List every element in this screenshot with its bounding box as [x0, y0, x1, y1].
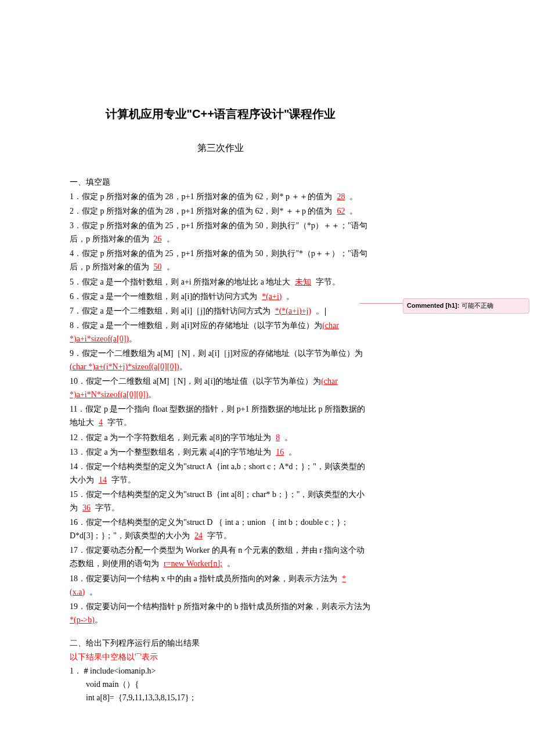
question-2: 2．假定 p 所指对象的值为 28，p+1 所指对象的值为 62，则* ＋＋p … — [70, 204, 371, 218]
document-subtitle: 第三次作业 — [70, 141, 371, 156]
q9-suffix: 。 — [179, 362, 187, 371]
question-10: 10．假定一个二维数组 a[M]［N]，则 a[i]的地址值（以字节为单位）为(… — [70, 375, 371, 401]
q12-answer: 8 — [271, 433, 284, 442]
code1-line3: int a[8]=｛7,9,11,13,3,8,15,17}； — [86, 691, 371, 704]
q19-answer: *(p->b) — [70, 615, 95, 624]
question-1: 1．假定 p 所指对象的值为 28，p+1 所指对象的值为 62，则* p ＋＋… — [70, 190, 371, 203]
q10-text: 10．假定一个二维数组 a[M]［N]，则 a[i]的地址值（以字节为单位）为 — [70, 377, 321, 386]
code1-num: 1． — [70, 667, 82, 675]
q17-answer: r=new Worker[n]; — [159, 559, 227, 568]
q11-answer: 4 — [94, 418, 107, 427]
question-18: 18．假定要访问一个结构 x 中的由 a 指针成员所指向的对象，则表示方法为*(… — [70, 572, 371, 599]
q7-answer: *(*(a+i)+j) — [270, 307, 316, 315]
q4-text: 4．假定 p 所指对象的值为 25，p+1 所指对象的值为 50，则执行"*（p… — [70, 249, 367, 271]
q6-answer: *(a+i) — [257, 292, 286, 301]
q9-answer: (char *)a+(i*N+j)*sizeof(a[0][0]) — [70, 362, 179, 371]
question-17: 17．假定要动态分配一个类型为 Worker 的具有 n 个元素的数组，并由 r… — [70, 543, 371, 570]
question-12: 12．假定 a 为一个字符数组名，则元素 a[8]的字节地址为8。 — [70, 431, 371, 444]
q13-answer: 16 — [271, 448, 288, 456]
q16-suffix: 字节。 — [207, 531, 232, 540]
q18-suffix: 。 — [89, 588, 98, 596]
q13-suffix: 。 — [288, 448, 297, 456]
text-cursor — [325, 308, 326, 316]
q11-suffix: 字节。 — [107, 418, 132, 427]
q5-suffix: 字节。 — [316, 278, 340, 286]
q10-suffix: 。 — [148, 390, 156, 399]
q12-text: 12．假定 a 为一个字符数组名，则元素 a[8]的字节地址为 — [70, 433, 271, 442]
code1-line1: ＃include<iomanip.h> — [82, 667, 156, 675]
q4-suffix: 。 — [167, 262, 175, 271]
q18-text: 18．假定要访问一个结构 x 中的由 a 指针成员所指向的对象，则表示方法为 — [70, 574, 337, 583]
q14-suffix: 字节。 — [111, 476, 136, 484]
q2-answer: 62 — [332, 207, 349, 215]
q6-suffix: 。 — [286, 292, 294, 301]
document-page: 计算机应用专业"C++语言程序设计"课程作业 第三次作业 一、填空题 1．假定 … — [0, 0, 406, 729]
q3-suffix: 。 — [167, 235, 175, 243]
question-16: 16．假定一个结构类型的定义为"struct D ｛ int a；union ｛… — [70, 516, 371, 542]
question-14: 14．假定一个结构类型的定义为"struct A｛int a,b；short c… — [70, 460, 371, 487]
code1-line2: void main（）{ — [86, 678, 371, 691]
q17-suffix: 。 — [227, 559, 235, 568]
q5-answer: 未知 — [290, 278, 316, 286]
q2-suffix: 。 — [349, 207, 358, 215]
q8-suffix: 。 — [129, 334, 137, 343]
q13-text: 13．假定 a 为一个整型数组名，则元素 a[4]的字节地址为 — [70, 448, 271, 456]
comment-bubble[interactable]: Commented [h1]: 可能不正确 — [403, 298, 529, 314]
question-11: 11．假定 p 是一个指向 float 型数据的指针，则 p+1 所指数据的地址… — [70, 402, 371, 429]
comment-label: Commented [h1]: — [407, 302, 459, 309]
q15-answer: 36 — [78, 503, 95, 512]
q4-answer: 50 — [149, 262, 167, 271]
q1-text: 1．假定 p 所指对象的值为 28，p+1 所指对象的值为 62，则* p ＋＋… — [70, 192, 332, 201]
section1-header: 一、填空题 — [70, 176, 371, 189]
q7-suffix: 。 — [316, 307, 324, 315]
q19-suffix: 。 — [95, 615, 103, 624]
q7-text: 7．假定 a 是一个二维数组，则 a[i]［j]的指针访问方式为 — [70, 307, 270, 315]
question-19: 19．假定要访问一个结构指针 p 所指对象中的 b 指针成员所指的对象，则表示方… — [70, 600, 371, 627]
section2-header: 二、给出下列程序运行后的输出结果 — [70, 637, 371, 650]
q8-text: 8．假定 a 是一个一维数组，则 a[i]对应的存储地址（以字节为单位）为 — [70, 321, 322, 330]
question-4: 4．假定 p 所指对象的值为 25，p+1 所指对象的值为 50，则执行"*（p… — [70, 247, 371, 273]
question-8: 8．假定 a 是一个一维数组，则 a[i]对应的存储地址（以字节为单位）为(ch… — [70, 319, 371, 345]
question-6: 6．假定 a 是一个一维数组，则 a[i]的指针访问方式为*(a+i)。 — [70, 290, 371, 303]
question-15: 15．假定一个结构类型的定义为"struct B｛int a[8]；char* … — [70, 488, 371, 514]
q5-text: 5．假定 a 是一个指针数组，则 a+i 所指对象的地址比 a 地址大 — [70, 278, 290, 286]
question-5: 5．假定 a 是一个指针数组，则 a+i 所指对象的地址比 a 地址大未知字节。 — [70, 275, 371, 289]
section2-note: 以下结果中空格以'¯'表示 — [70, 651, 371, 664]
q15-suffix: 字节。 — [95, 503, 120, 512]
q19-text: 19．假定要访问一个结构指针 p 所指对象中的 b 指针成员所指的对象，则表示方… — [70, 602, 370, 611]
document-title: 计算机应用专业"C++语言程序设计"课程作业 — [70, 105, 371, 123]
q12-suffix: 。 — [284, 433, 293, 442]
question-3: 3．假定 p 所指对象的值为 25，p+1 所指对象的值为 50，则执行"（*p… — [70, 219, 371, 246]
question-9: 9．假定一个二维数组为 a[M]［N]，则 a[i]［j]对应的存储地址（以字节… — [70, 347, 371, 373]
q16-answer: 24 — [190, 531, 207, 540]
q3-text: 3．假定 p 所指对象的值为 25，p+1 所指对象的值为 50，则执行"（*p… — [70, 221, 367, 243]
q14-answer: 14 — [94, 476, 111, 484]
question-7: 7．假定 a 是一个二维数组，则 a[i]［j]的指针访问方式为*(*(a+i)… — [70, 304, 371, 318]
comment-connector — [359, 303, 403, 304]
q2-text: 2．假定 p 所指对象的值为 28，p+1 所指对象的值为 62，则* ＋＋p … — [70, 207, 332, 215]
code-question-1: 1．＃include<iomanip.h> void main（）{ int a… — [70, 664, 371, 704]
q6-text: 6．假定 a 是一个一维数组，则 a[i]的指针访问方式为 — [70, 292, 257, 301]
question-13: 13．假定 a 为一个整型数组名，则元素 a[4]的字节地址为16。 — [70, 445, 371, 459]
q3-answer: 26 — [149, 235, 167, 243]
q1-answer: 28 — [332, 192, 349, 201]
q1-suffix: 。 — [349, 192, 358, 201]
q9-text: 9．假定一个二维数组为 a[M]［N]，则 a[i]［j]对应的存储地址（以字节… — [70, 349, 363, 358]
comment-text: 可能不正确 — [459, 302, 493, 309]
